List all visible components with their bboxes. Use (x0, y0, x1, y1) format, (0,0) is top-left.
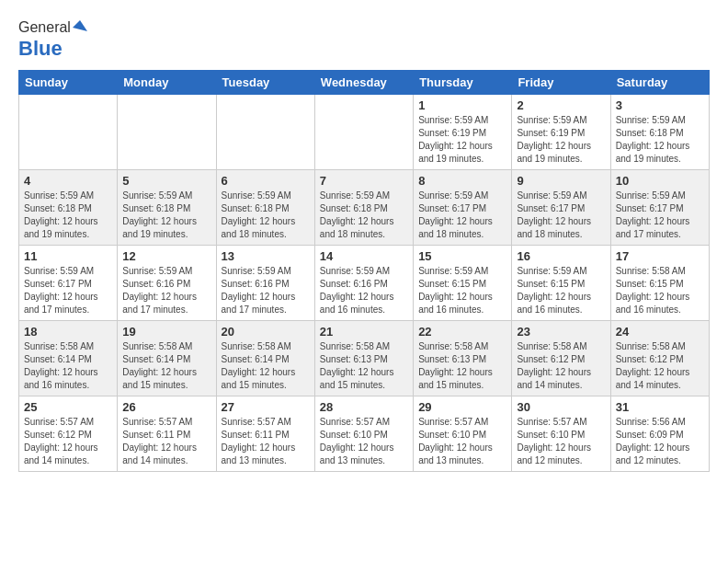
calendar-day: 28Sunrise: 5:57 AM Sunset: 6:10 PM Dayli… (314, 396, 413, 472)
day-info: Sunrise: 5:59 AM Sunset: 6:15 PM Dayligh… (517, 265, 605, 316)
day-number: 20 (222, 325, 310, 339)
day-number: 21 (320, 325, 408, 339)
calendar-day (19, 95, 118, 170)
day-number: 18 (24, 325, 112, 339)
calendar-day: 7Sunrise: 5:59 AM Sunset: 6:18 PM Daylig… (314, 170, 413, 246)
day-info: Sunrise: 5:59 AM Sunset: 6:15 PM Dayligh… (418, 265, 506, 316)
day-info: Sunrise: 5:58 AM Sunset: 6:14 PM Dayligh… (24, 340, 112, 392)
calendar-day: 17Sunrise: 5:58 AM Sunset: 6:15 PM Dayli… (610, 246, 709, 321)
calendar-week-1: 1Sunrise: 5:59 AM Sunset: 6:19 PM Daylig… (19, 95, 710, 170)
day-info: Sunrise: 5:59 AM Sunset: 6:16 PM Dayligh… (222, 265, 310, 316)
calendar-day: 23Sunrise: 5:58 AM Sunset: 6:12 PM Dayli… (512, 321, 610, 396)
calendar-day (314, 95, 413, 170)
day-info: Sunrise: 5:59 AM Sunset: 6:18 PM Dayligh… (122, 190, 210, 241)
calendar-day (118, 95, 216, 170)
calendar-day: 27Sunrise: 5:57 AM Sunset: 6:11 PM Dayli… (216, 396, 314, 472)
day-number: 3 (616, 98, 704, 112)
day-number: 19 (122, 325, 210, 339)
day-info: Sunrise: 5:59 AM Sunset: 6:16 PM Dayligh… (320, 265, 408, 316)
day-number: 13 (222, 249, 310, 263)
calendar-day: 26Sunrise: 5:57 AM Sunset: 6:11 PM Dayli… (118, 396, 216, 472)
calendar-day: 14Sunrise: 5:59 AM Sunset: 6:16 PM Dayli… (314, 246, 413, 321)
day-info: Sunrise: 5:58 AM Sunset: 6:12 PM Dayligh… (616, 340, 704, 392)
svg-marker-0 (73, 20, 87, 31)
calendar-day: 16Sunrise: 5:59 AM Sunset: 6:15 PM Dayli… (512, 246, 610, 321)
calendar-day: 2Sunrise: 5:59 AM Sunset: 6:19 PM Daylig… (512, 95, 610, 170)
day-info: Sunrise: 5:56 AM Sunset: 6:09 PM Dayligh… (616, 416, 704, 467)
calendar-day: 25Sunrise: 5:57 AM Sunset: 6:12 PM Dayli… (19, 396, 118, 472)
calendar-week-2: 4Sunrise: 5:59 AM Sunset: 6:18 PM Daylig… (19, 170, 710, 246)
day-info: Sunrise: 5:57 AM Sunset: 6:10 PM Dayligh… (320, 416, 408, 467)
day-number: 1 (418, 98, 506, 112)
day-number: 16 (517, 249, 605, 263)
calendar-table: SundayMondayTuesdayWednesdayThursdayFrid… (18, 70, 710, 472)
calendar-day: 11Sunrise: 5:59 AM Sunset: 6:17 PM Dayli… (19, 246, 118, 321)
day-number: 26 (122, 400, 210, 414)
day-info: Sunrise: 5:57 AM Sunset: 6:11 PM Dayligh… (122, 416, 210, 467)
calendar-day: 8Sunrise: 5:59 AM Sunset: 6:17 PM Daylig… (414, 170, 512, 246)
day-header-tuesday: Tuesday (216, 71, 314, 95)
day-info: Sunrise: 5:59 AM Sunset: 6:17 PM Dayligh… (616, 190, 704, 241)
day-number: 7 (320, 174, 408, 188)
day-info: Sunrise: 5:59 AM Sunset: 6:18 PM Dayligh… (616, 114, 704, 166)
day-number: 12 (122, 249, 210, 263)
day-number: 10 (616, 174, 704, 188)
day-info: Sunrise: 5:59 AM Sunset: 6:18 PM Dayligh… (320, 190, 408, 241)
day-info: Sunrise: 5:59 AM Sunset: 6:19 PM Dayligh… (517, 114, 605, 166)
day-info: Sunrise: 5:58 AM Sunset: 6:13 PM Dayligh… (418, 340, 506, 392)
calendar-day: 21Sunrise: 5:58 AM Sunset: 6:13 PM Dayli… (314, 321, 413, 396)
day-info: Sunrise: 5:57 AM Sunset: 6:11 PM Dayligh… (222, 416, 310, 467)
calendar-header-row: SundayMondayTuesdayWednesdayThursdayFrid… (19, 71, 710, 95)
day-info: Sunrise: 5:58 AM Sunset: 6:13 PM Dayligh… (320, 340, 408, 392)
calendar-day: 29Sunrise: 5:57 AM Sunset: 6:10 PM Dayli… (414, 396, 512, 472)
day-info: Sunrise: 5:59 AM Sunset: 6:18 PM Dayligh… (24, 190, 112, 241)
day-info: Sunrise: 5:59 AM Sunset: 6:19 PM Dayligh… (418, 114, 506, 166)
calendar-day: 10Sunrise: 5:59 AM Sunset: 6:17 PM Dayli… (610, 170, 709, 246)
day-number: 31 (616, 400, 704, 414)
day-number: 11 (24, 249, 112, 263)
calendar-day: 4Sunrise: 5:59 AM Sunset: 6:18 PM Daylig… (19, 170, 118, 246)
day-info: Sunrise: 5:58 AM Sunset: 6:14 PM Dayligh… (222, 340, 310, 392)
day-number: 29 (418, 400, 506, 414)
calendar-day: 20Sunrise: 5:58 AM Sunset: 6:14 PM Dayli… (216, 321, 314, 396)
day-number: 9 (517, 174, 605, 188)
page-header: General Blue (18, 18, 710, 61)
day-number: 6 (222, 174, 310, 188)
day-number: 14 (320, 249, 408, 263)
day-info: Sunrise: 5:57 AM Sunset: 6:10 PM Dayligh… (418, 416, 506, 467)
day-info: Sunrise: 5:58 AM Sunset: 6:12 PM Dayligh… (517, 340, 605, 392)
day-header-saturday: Saturday (610, 71, 709, 95)
calendar-day: 24Sunrise: 5:58 AM Sunset: 6:12 PM Dayli… (610, 321, 709, 396)
day-number: 2 (517, 98, 605, 112)
day-header-friday: Friday (512, 71, 610, 95)
calendar-day: 31Sunrise: 5:56 AM Sunset: 6:09 PM Dayli… (610, 396, 709, 472)
day-number: 23 (517, 325, 605, 339)
day-info: Sunrise: 5:58 AM Sunset: 6:15 PM Dayligh… (616, 265, 704, 316)
day-header-monday: Monday (118, 71, 216, 95)
day-info: Sunrise: 5:57 AM Sunset: 6:12 PM Dayligh… (24, 416, 112, 467)
day-info: Sunrise: 5:59 AM Sunset: 6:16 PM Dayligh… (122, 265, 210, 316)
day-number: 25 (24, 400, 112, 414)
calendar-day (216, 95, 314, 170)
calendar-day: 1Sunrise: 5:59 AM Sunset: 6:19 PM Daylig… (414, 95, 512, 170)
calendar-day: 18Sunrise: 5:58 AM Sunset: 6:14 PM Dayli… (19, 321, 118, 396)
day-number: 15 (418, 249, 506, 263)
day-number: 4 (24, 174, 112, 188)
day-number: 8 (418, 174, 506, 188)
calendar-day: 12Sunrise: 5:59 AM Sunset: 6:16 PM Dayli… (118, 246, 216, 321)
calendar-week-4: 18Sunrise: 5:58 AM Sunset: 6:14 PM Dayli… (19, 321, 710, 396)
day-info: Sunrise: 5:57 AM Sunset: 6:10 PM Dayligh… (517, 416, 605, 467)
day-number: 17 (616, 249, 704, 263)
calendar-day: 5Sunrise: 5:59 AM Sunset: 6:18 PM Daylig… (118, 170, 216, 246)
day-number: 24 (616, 325, 704, 339)
day-info: Sunrise: 5:59 AM Sunset: 6:17 PM Dayligh… (24, 265, 112, 316)
day-number: 5 (122, 174, 210, 188)
logo-bird-icon (71, 18, 89, 37)
calendar-day: 22Sunrise: 5:58 AM Sunset: 6:13 PM Dayli… (414, 321, 512, 396)
calendar-day: 13Sunrise: 5:59 AM Sunset: 6:16 PM Dayli… (216, 246, 314, 321)
calendar-day: 3Sunrise: 5:59 AM Sunset: 6:18 PM Daylig… (610, 95, 709, 170)
logo-general-text: General (18, 19, 71, 35)
calendar-day: 19Sunrise: 5:58 AM Sunset: 6:14 PM Dayli… (118, 321, 216, 396)
calendar-week-5: 25Sunrise: 5:57 AM Sunset: 6:12 PM Dayli… (19, 396, 710, 472)
calendar-day: 30Sunrise: 5:57 AM Sunset: 6:10 PM Dayli… (512, 396, 610, 472)
